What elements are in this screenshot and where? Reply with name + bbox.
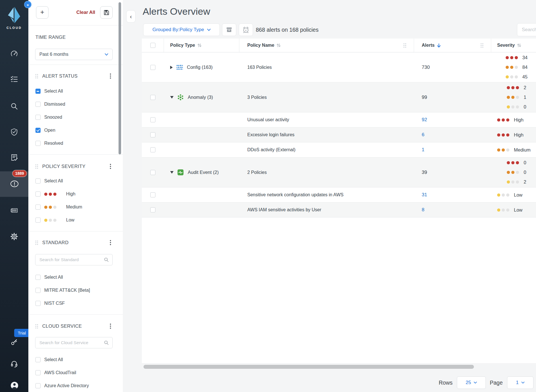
row-checkbox[interactable] <box>150 170 155 175</box>
policy-type-label: Audit Event (2) <box>188 170 219 175</box>
row-checkbox[interactable] <box>150 117 155 122</box>
cloud-service-aws-cloudtrail[interactable]: AWS CloudTrail <box>35 370 76 375</box>
alert-status-open[interactable]: Open <box>35 128 55 133</box>
alert-icon[interactable] <box>10 180 18 188</box>
kebab-icon <box>110 164 111 169</box>
rows-per-page-select[interactable]: 25 <box>457 376 486 389</box>
cloud-service-search <box>35 337 113 348</box>
alert-status-select-all[interactable]: Select All <box>35 89 63 94</box>
collapse-expanded-icon[interactable] <box>170 171 174 174</box>
clear-all-button[interactable]: Clear All <box>74 10 98 15</box>
sidebar-expand-button[interactable]: » <box>24 1 31 8</box>
expand-collapsed-icon[interactable] <box>170 66 173 69</box>
alerts-count-link[interactable]: 31 <box>422 192 427 198</box>
policy-severity-high[interactable]: High <box>35 191 75 197</box>
row-checkbox[interactable] <box>150 207 155 212</box>
standard-menu-button[interactable] <box>108 240 113 245</box>
key-icon[interactable] <box>10 338 18 346</box>
policy-type-label: Anomaly (3) <box>188 95 213 100</box>
dismiss-alerts-button[interactable] <box>222 24 236 36</box>
container-icon[interactable] <box>10 206 18 214</box>
row-checkbox[interactable] <box>150 65 155 70</box>
table-row-policy: DDoS activity (External) 1 Medium <box>142 142 536 157</box>
severity-summary: 2 1 0 <box>491 82 536 112</box>
standard-nist-csf[interactable]: NIST CSF <box>35 301 65 306</box>
alerts-count-link[interactable]: 1 <box>422 147 424 153</box>
column-label: Policy Name <box>247 43 274 48</box>
column-resize-handle[interactable] <box>404 43 406 48</box>
filter-option-label: Snoozed <box>44 115 62 120</box>
select-all-checkbox[interactable] <box>150 43 155 48</box>
table-row-policy: AWS IAM sensitive activities by User 8 L… <box>142 203 536 218</box>
time-range-select[interactable]: Past 6 months <box>35 49 113 60</box>
drag-handle-icon[interactable] <box>35 240 38 245</box>
row-checkbox[interactable] <box>150 95 155 100</box>
checklist-icon[interactable] <box>10 75 18 83</box>
audit-event-policy-icon <box>177 169 184 176</box>
filter-panel-scrollbar[interactable] <box>119 2 121 154</box>
drag-handle-icon[interactable] <box>35 324 38 328</box>
column-policy-name[interactable]: Policy Name <box>239 39 414 52</box>
policy-name: DDoS activity (External) <box>247 147 296 152</box>
table-search-input[interactable] <box>521 27 536 33</box>
alert-status-snoozed[interactable]: Snoozed <box>35 115 62 120</box>
add-filter-button[interactable]: + <box>36 6 48 19</box>
policy-severity-medium[interactable]: Medium <box>35 204 82 210</box>
alerts-count-link[interactable]: 92 <box>422 117 427 123</box>
cloud-service-azure-ad[interactable]: Azure Active Directory <box>35 383 89 388</box>
search-icon[interactable] <box>10 102 18 110</box>
alert-status-resolved[interactable]: Resolved <box>35 141 63 146</box>
row-checkbox[interactable] <box>150 192 155 197</box>
collapse-expanded-icon[interactable] <box>170 96 174 99</box>
column-label: Alerts <box>422 43 434 48</box>
alerts-count-link[interactable]: 8 <box>422 207 424 213</box>
gear-icon[interactable] <box>10 233 18 240</box>
main-content: ‹ Alerts Overview Grouped By:Policy Type… <box>123 0 536 392</box>
severity-value: Low <box>514 207 522 213</box>
filter-option-label: NIST CSF <box>44 301 65 306</box>
policy-severity-menu-button[interactable] <box>108 163 113 169</box>
policy-severity-low[interactable]: Low <box>35 218 74 223</box>
shield-check-icon[interactable] <box>10 128 18 136</box>
chevron-left-icon: ‹ <box>130 13 132 20</box>
cloud-service-search-input[interactable] <box>39 340 104 346</box>
table-row-policy: Sensitive network configuration updates … <box>142 188 536 203</box>
grouped-by-select[interactable]: Grouped By:Policy Type <box>143 24 220 36</box>
severity-dots-low <box>507 180 520 184</box>
drag-handle-icon[interactable] <box>35 164 38 169</box>
alerts-count-link[interactable]: 6 <box>422 132 424 138</box>
standard-search <box>35 254 113 265</box>
gauge-icon[interactable] <box>10 50 18 58</box>
collapse-panel-button[interactable]: ‹ <box>126 10 136 23</box>
severity-dots-low <box>507 105 520 108</box>
column-severity[interactable]: Severity <box>491 39 536 52</box>
standard-search-input[interactable] <box>39 257 104 263</box>
column-label: Policy Type <box>170 43 195 48</box>
severity-summary: 0 0 2 <box>491 157 536 187</box>
snooze-alerts-button[interactable]: z <box>239 24 253 36</box>
page-select[interactable]: 1 <box>507 376 533 389</box>
profile-icon[interactable] <box>10 381 18 389</box>
column-alerts[interactable]: Alerts <box>414 39 491 52</box>
drag-handle-icon[interactable] <box>35 74 38 78</box>
save-filter-button[interactable] <box>100 6 113 19</box>
cloud-service-menu-button[interactable] <box>108 323 113 329</box>
column-policy-type[interactable]: Policy Type <box>164 39 239 52</box>
policy-severity-select-all[interactable]: Select All <box>35 178 63 184</box>
row-checkbox[interactable] <box>150 132 155 137</box>
standard-select-all[interactable]: Select All <box>35 275 63 280</box>
standard-mitre[interactable]: MITRE ATT&CK [Beta] <box>35 288 90 293</box>
severity-dots-high <box>507 161 520 164</box>
horizontal-scrollbar[interactable] <box>144 365 474 369</box>
filter-option-label: MITRE ATT&CK [Beta] <box>44 288 90 293</box>
headset-icon[interactable] <box>10 360 18 368</box>
cloud-service-select-all[interactable]: Select All <box>35 357 63 362</box>
policy-severity-section-header: POLICY SEVERITY <box>35 164 85 169</box>
alert-status-menu-button[interactable] <box>108 73 113 79</box>
row-checkbox[interactable] <box>150 147 155 152</box>
alert-status-dismissed[interactable]: Dismissed <box>35 102 65 107</box>
column-resize-handle[interactable] <box>481 43 484 48</box>
filter-option-label: Low <box>66 218 74 223</box>
report-check-icon[interactable] <box>10 154 18 161</box>
severity-dots-high <box>507 86 520 89</box>
